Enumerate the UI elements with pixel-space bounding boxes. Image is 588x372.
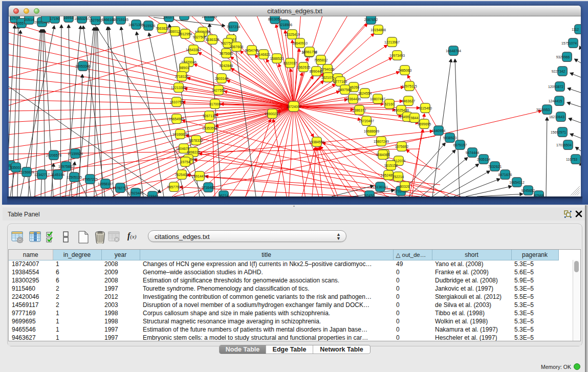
svg-text:5938923: 5938923: [443, 136, 457, 140]
svg-text:116753: 116753: [566, 158, 577, 161]
svg-text:8454749: 8454749: [245, 49, 259, 52]
svg-text:12923446: 12923446: [128, 191, 143, 195]
svg-text:13325419: 13325419: [285, 33, 300, 36]
svg-text:835001: 835001: [10, 166, 22, 169]
svg-text:9084067: 9084067: [376, 153, 390, 157]
svg-text:1244415: 1244415: [549, 99, 562, 103]
svg-text:7386372: 7386372: [353, 108, 366, 112]
svg-text:19654985: 19654985: [169, 117, 184, 121]
svg-text:9844: 9844: [410, 116, 418, 120]
svg-text:9699695: 9699695: [418, 122, 431, 126]
svg-text:9227342: 9227342: [552, 70, 565, 73]
svg-text:13353594: 13353594: [202, 126, 217, 130]
svg-text:10973493: 10973493: [389, 54, 405, 57]
svg-text:15807249: 15807249: [374, 140, 389, 143]
svg-text:16953: 16953: [64, 16, 74, 19]
svg-text:10654112: 10654112: [509, 181, 525, 184]
svg-text:80326: 80326: [400, 185, 410, 188]
svg-text:62160: 62160: [385, 102, 395, 106]
svg-text:2718126: 2718126: [175, 75, 189, 78]
svg-text:1610755: 1610755: [170, 100, 184, 104]
svg-text:16961758: 16961758: [302, 50, 317, 54]
svg-text:173342: 173342: [147, 194, 159, 197]
svg-text:98901: 98901: [180, 66, 189, 70]
svg-text:1362615: 1362615: [297, 65, 311, 69]
svg-text:20514: 20514: [25, 18, 34, 21]
svg-text:9146821: 9146821: [257, 53, 271, 56]
svg-text:12213389: 12213389: [171, 86, 186, 90]
svg-text:8678332: 8678332: [189, 139, 203, 142]
svg-text:10688609: 10688609: [364, 129, 379, 133]
svg-text:7632621: 7632621: [488, 165, 502, 168]
svg-text:10653257: 10653257: [74, 17, 90, 20]
svg-text:11156829: 11156829: [19, 170, 34, 174]
svg-text:10958107: 10958107: [98, 182, 113, 186]
svg-text:190371: 190371: [163, 16, 175, 19]
svg-text:1527602: 1527602: [89, 18, 103, 22]
svg-text:252214: 252214: [393, 175, 404, 179]
svg-text:2803144: 2803144: [215, 77, 229, 80]
svg-text:7663822: 7663822: [156, 27, 169, 30]
svg-text:6497568: 6497568: [338, 88, 352, 92]
svg-text:96214: 96214: [219, 194, 229, 197]
svg-text:17190: 17190: [50, 17, 60, 20]
svg-text:6794028: 6794028: [321, 68, 335, 71]
svg-text:17957225: 17957225: [82, 178, 98, 181]
svg-text:10719185: 10719185: [113, 18, 128, 21]
svg-text:2087652: 2087652: [364, 18, 378, 21]
svg-text:6679197: 6679197: [453, 143, 467, 147]
svg-text:2367608: 2367608: [230, 45, 244, 49]
svg-text:15720407: 15720407: [359, 119, 374, 123]
svg-text:8912954: 8912954: [179, 32, 192, 36]
svg-text:3267130: 3267130: [203, 114, 216, 118]
svg-text:12093872: 12093872: [548, 85, 563, 89]
svg-text:16648784: 16648784: [446, 49, 461, 53]
svg-text:7625402: 7625402: [175, 173, 189, 177]
svg-text:7485063: 7485063: [398, 69, 412, 72]
svg-text:12975115: 12975115: [402, 84, 417, 88]
svg-text:3624554: 3624554: [358, 92, 372, 95]
svg-text:20364436: 20364436: [345, 97, 361, 101]
svg-text:20053346: 20053346: [75, 64, 91, 68]
svg-text:9329966: 9329966: [556, 55, 570, 59]
svg-text:15692971: 15692971: [551, 130, 566, 134]
svg-text:317006: 317006: [209, 102, 221, 106]
svg-text:9115460: 9115460: [419, 106, 432, 110]
svg-text:8471676: 8471676: [498, 173, 512, 177]
svg-text:10975887: 10975887: [58, 165, 74, 168]
svg-text:10807487: 10807487: [370, 97, 385, 101]
svg-text:9327500: 9327500: [193, 35, 207, 39]
svg-text:19384554: 19384554: [309, 140, 324, 144]
svg-text:1075692: 1075692: [395, 145, 409, 148]
svg-text:12342717: 12342717: [34, 173, 50, 177]
svg-text:16210643: 16210643: [549, 115, 564, 119]
svg-text:16782759: 16782759: [113, 186, 128, 190]
svg-text:1588520: 1588520: [270, 57, 284, 60]
svg-text:1145194: 1145194: [51, 173, 64, 177]
svg-text:15900213: 15900213: [265, 112, 280, 116]
svg-text:15136141: 15136141: [373, 185, 388, 189]
svg-text:17016504: 17016504: [556, 143, 572, 147]
svg-text:2935114: 2935114: [477, 158, 490, 161]
svg-text:9474444: 9474444: [466, 151, 480, 155]
svg-text:12505135: 12505135: [67, 176, 82, 179]
svg-text:18724007: 18724007: [286, 105, 301, 108]
svg-text:3716485: 3716485: [202, 186, 215, 189]
svg-text:1498222: 1498222: [187, 150, 201, 154]
svg-text:9777169: 9777169: [334, 80, 347, 83]
svg-text:8186328: 8186328: [206, 38, 220, 41]
svg-text:3215953: 3215953: [536, 108, 550, 112]
svg-text:9857791: 9857791: [167, 185, 181, 189]
svg-text:8813054: 8813054: [268, 17, 282, 21]
svg-text:17159924: 17159924: [68, 152, 83, 156]
svg-text:7515526: 7515526: [142, 24, 156, 28]
svg-text:12213967: 12213967: [384, 40, 400, 44]
svg-text:10154808: 10154808: [371, 28, 386, 32]
svg-text:9242848: 9242848: [220, 64, 233, 68]
svg-text:9463627: 9463627: [402, 99, 416, 103]
svg-text:1112: 1112: [572, 28, 579, 31]
svg-text:92450: 92450: [365, 194, 375, 197]
svg-text:20206578: 20206578: [46, 154, 61, 157]
svg-text:1640954: 1640954: [432, 129, 446, 133]
svg-text:18640910: 18640910: [292, 41, 308, 45]
